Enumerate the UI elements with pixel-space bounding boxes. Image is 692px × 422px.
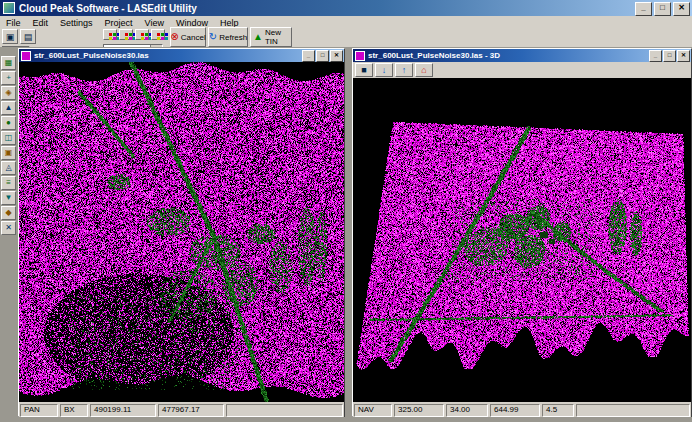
three-d-toolbar: ■ ↓ ↑ ⌂ bbox=[353, 62, 691, 78]
plan-view-title: str_600Lust_PulseNoise30.las bbox=[34, 51, 149, 60]
sidebar-tool-button[interactable]: ▲ bbox=[1, 101, 16, 115]
app-window: Cloud Peak Software - LASEdit Utility _ … bbox=[0, 0, 692, 422]
menu-project[interactable]: Project bbox=[99, 18, 139, 28]
tilt-up-button[interactable]: ↑ bbox=[395, 63, 413, 77]
cancel-button[interactable]: ⊗ Cancel bbox=[170, 27, 206, 47]
new-tin-button-label: New TIN bbox=[265, 28, 289, 46]
maximize-button[interactable]: □ bbox=[663, 50, 676, 62]
color-dots-icon bbox=[125, 33, 128, 36]
title-bar: Cloud Peak Software - LASEdit Utility _ … bbox=[0, 0, 692, 16]
view-icon: ■ bbox=[361, 65, 366, 75]
plan-view-title-bar[interactable]: str_600Lust_PulseNoise30.las _ □ ✕ bbox=[19, 49, 344, 62]
open-icon: ▣ bbox=[6, 32, 15, 42]
sidebar-tool-button[interactable]: ✕ bbox=[1, 221, 16, 235]
sidebar-tool-button[interactable]: ◆ bbox=[1, 206, 16, 220]
home-view-button[interactable]: ⌂ bbox=[415, 63, 433, 77]
sidebar-tool-button[interactable]: + bbox=[1, 71, 16, 85]
close-button[interactable]: ✕ bbox=[330, 50, 343, 62]
plan-view-window: str_600Lust_PulseNoise30.las _ □ ✕ PAN B… bbox=[18, 48, 345, 417]
color-dots-icon bbox=[141, 33, 144, 36]
three-d-view-canvas[interactable] bbox=[353, 78, 691, 402]
range-readout: 644.99 bbox=[490, 404, 540, 417]
sidebar-tool-button[interactable]: ● bbox=[1, 116, 16, 130]
mode-indicator: NAV bbox=[354, 404, 392, 417]
rotation-readout: 325.00 bbox=[394, 404, 444, 417]
color-dots-icon bbox=[109, 33, 112, 36]
refresh-button[interactable]: ↻ Refresh bbox=[208, 27, 248, 47]
tin-triangle-icon: ▲ bbox=[253, 32, 263, 42]
sidebar-tool-button[interactable]: ▦ bbox=[1, 56, 16, 70]
open-file-button[interactable]: ▣ bbox=[2, 29, 18, 44]
menu-window[interactable]: Window bbox=[170, 18, 214, 28]
sidebar-tool-button[interactable]: ▣ bbox=[1, 146, 16, 160]
mode-indicator: PAN bbox=[20, 404, 58, 417]
las-file-icon bbox=[355, 51, 365, 61]
point-class-colors-icon[interactable] bbox=[103, 29, 117, 40]
arrow-up-icon: ↑ bbox=[402, 65, 407, 75]
color-dots-icon bbox=[157, 33, 160, 36]
maximize-button[interactable]: □ bbox=[654, 2, 671, 16]
three-d-status-bar: NAV 325.00 34.00 644.99 4.5 bbox=[353, 402, 691, 417]
plan-view-status-bar: PAN BX 490199.11 477967.17 bbox=[19, 402, 344, 417]
menu-bar: File Edit Settings Project View Window H… bbox=[0, 16, 692, 29]
sidebar-tool-button[interactable]: ◈ bbox=[1, 86, 16, 100]
northing-readout: 477967.17 bbox=[158, 404, 224, 417]
menu-view[interactable]: View bbox=[139, 18, 170, 28]
save-icon: ▤ bbox=[24, 32, 33, 42]
window-title: Cloud Peak Software - LASEdit Utility bbox=[19, 3, 197, 14]
cancel-icon: ⊗ bbox=[170, 32, 178, 42]
three-d-view-title-bar[interactable]: str_600Lust_PulseNoise30.las - 3D _ □ ✕ bbox=[353, 49, 691, 62]
refresh-icon: ↻ bbox=[209, 32, 217, 42]
menu-edit[interactable]: Edit bbox=[27, 18, 55, 28]
three-d-view-window: str_600Lust_PulseNoise30.las - 3D _ □ ✕ … bbox=[352, 48, 692, 417]
tilt-down-button[interactable]: ↓ bbox=[375, 63, 393, 77]
home-icon: ⌂ bbox=[421, 65, 426, 75]
cancel-button-label: Cancel bbox=[181, 33, 206, 42]
tool-indicator: BX bbox=[60, 404, 88, 417]
new-tin-button[interactable]: ▲ New TIN bbox=[250, 27, 292, 47]
edit-tool-strip: ▦ + ◈ ▲ ● ◫ ▣ ◬ ≡ ▼ ◆ ✕ bbox=[1, 56, 17, 236]
point-class-colors-icon[interactable] bbox=[151, 29, 165, 40]
app-icon bbox=[3, 2, 15, 14]
three-d-view-title: str_600Lust_PulseNoise30.las - 3D bbox=[368, 51, 500, 60]
easting-readout: 490199.11 bbox=[90, 404, 156, 417]
maximize-button[interactable]: □ bbox=[316, 50, 329, 62]
menu-settings[interactable]: Settings bbox=[54, 18, 99, 28]
minimize-button[interactable]: _ bbox=[302, 50, 315, 62]
status-filler bbox=[576, 404, 690, 417]
point-class-colors-icon[interactable] bbox=[135, 29, 149, 40]
pitch-readout: 34.00 bbox=[446, 404, 488, 417]
minimize-button[interactable]: _ bbox=[649, 50, 662, 62]
menu-file[interactable]: File bbox=[0, 18, 27, 28]
minimize-button[interactable]: _ bbox=[635, 2, 652, 16]
plan-view-canvas[interactable] bbox=[19, 62, 344, 402]
sidebar-tool-button[interactable]: ◫ bbox=[1, 131, 16, 145]
las-file-icon bbox=[21, 51, 31, 61]
view-mode-button[interactable]: ■ bbox=[355, 63, 373, 77]
point-class-colors-icon[interactable] bbox=[119, 29, 133, 40]
close-button[interactable]: ✕ bbox=[677, 50, 690, 62]
arrow-down-icon: ↓ bbox=[382, 65, 387, 75]
sidebar-tool-button[interactable]: ≡ bbox=[1, 176, 16, 190]
save-file-button[interactable]: ▤ bbox=[20, 29, 36, 44]
mdi-client-area: ▦ + ◈ ▲ ● ◫ ▣ ◬ ≡ ▼ ◆ ✕ str_600Lust_Puls… bbox=[0, 47, 692, 422]
close-button[interactable]: ✕ bbox=[673, 2, 690, 16]
status-filler bbox=[226, 404, 343, 417]
scale-readout: 4.5 bbox=[542, 404, 574, 417]
refresh-button-label: Refresh bbox=[219, 33, 247, 42]
sidebar-tool-button[interactable]: ◬ bbox=[1, 161, 16, 175]
sidebar-tool-button[interactable]: ▼ bbox=[1, 191, 16, 205]
main-toolbar: ▣ ▤ ▼ 2 - Ground ▼ ⊗ Cancel ↻ Refr bbox=[0, 29, 692, 47]
menu-help[interactable]: Help bbox=[214, 18, 245, 28]
